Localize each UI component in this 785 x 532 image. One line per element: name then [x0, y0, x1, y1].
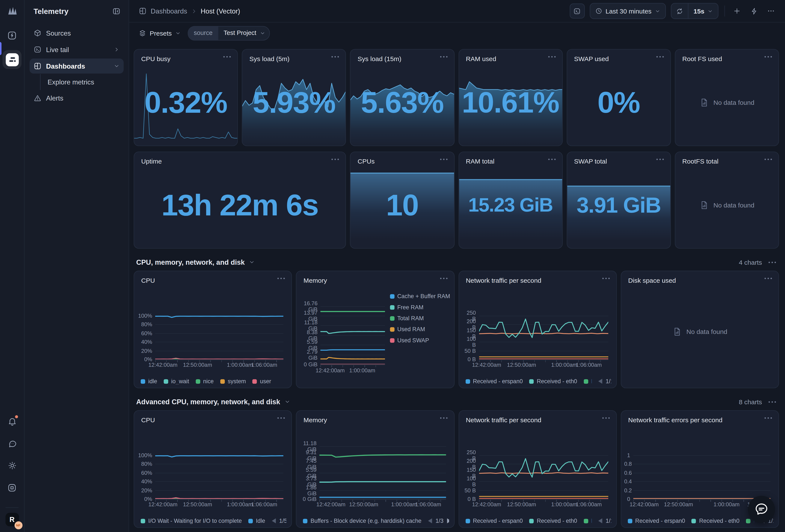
refresh-button[interactable] [672, 3, 688, 19]
legend-item[interactable]: nice [196, 378, 213, 384]
legend-item[interactable]: Re [584, 518, 591, 524]
panel-menu-button[interactable] [439, 55, 448, 58]
legend-color-chip [163, 379, 168, 383]
legend-item[interactable]: Received - erspan0 [628, 518, 685, 524]
legend-item[interactable]: Received - eth0 [529, 518, 577, 524]
stat-card-value: 3.91 GiB [567, 192, 670, 217]
panel-menu-button[interactable] [764, 55, 773, 58]
section-menu-button[interactable] [768, 261, 777, 263]
legend-item[interactable]: Free RAM [390, 304, 451, 310]
x-axis-label: 1:00:00am [551, 362, 577, 368]
open-live-tail-button[interactable] [569, 3, 584, 19]
y-axis-label: 100% [137, 452, 152, 458]
panel-menu-button[interactable] [439, 277, 448, 280]
no-data-file-icon [673, 327, 682, 337]
command-menu-icon[interactable] [4, 480, 20, 495]
legend-item[interactable]: user [252, 378, 271, 384]
pager-next-icon[interactable] [447, 518, 449, 523]
panel-menu-button[interactable] [331, 158, 340, 161]
panel-menu-button[interactable] [764, 417, 773, 419]
y-axis-label: 0 GiB [299, 496, 316, 502]
chart-plot [155, 455, 283, 499]
sidebar-item-sources[interactable]: Sources [30, 26, 124, 41]
legend-item[interactable]: io_wait [163, 378, 189, 384]
quickstart-rail-button[interactable] [4, 28, 20, 43]
panel-menu-button[interactable] [548, 55, 556, 58]
section-collapse-chevron-icon[interactable] [284, 399, 290, 405]
legend-item[interactable]: system [220, 378, 246, 384]
app-logo-icon[interactable] [6, 5, 19, 17]
legend-item[interactable]: Received - erspan0 [465, 518, 523, 524]
legend-item[interactable]: Received - eth0 [529, 378, 577, 384]
sidebar-item-live-tail[interactable]: Live tail [30, 42, 124, 57]
layers-icon [139, 29, 146, 37]
legend-item[interactable]: Re [584, 378, 591, 384]
icon-rail: R NF [0, 0, 24, 532]
legend-item[interactable]: Total RAM [390, 315, 451, 321]
legend-label: Used SWAP [397, 337, 429, 343]
legend-item[interactable]: Used SWAP [390, 337, 451, 343]
collapse-sidebar-icon[interactable] [112, 7, 121, 16]
x-axis-label: 1:06:00am [251, 501, 277, 507]
pager-prev-icon[interactable] [428, 518, 432, 523]
y-axis-label: 0 B [462, 496, 476, 502]
panel-menu-button[interactable] [656, 55, 664, 58]
panel-menu-button[interactable] [439, 158, 448, 161]
x-axis-label: 12:50:00am [349, 501, 378, 507]
refresh-interval-dropdown[interactable]: 15s [688, 7, 718, 15]
pager-prev-icon[interactable] [598, 518, 603, 523]
y-axis-label: 0.8 [624, 461, 630, 467]
refresh-interval-label: 15s [694, 7, 705, 15]
legend-item[interactable]: I/O Wait - Waiting for I/O to complete [141, 518, 242, 524]
panel-menu-button[interactable] [656, 158, 664, 161]
sidebar-item-alerts[interactable]: Alerts [30, 90, 124, 105]
panel-menu-button[interactable] [331, 55, 340, 58]
pager-prev-icon[interactable] [598, 379, 603, 384]
y-axis-label: 20% [137, 347, 152, 353]
x-axis-tickmarks [321, 365, 385, 367]
y-axis-label: 40% [137, 339, 152, 345]
panel-menu-button[interactable] [764, 158, 773, 161]
section-collapse-chevron-icon[interactable] [249, 259, 255, 265]
panel-menu-button[interactable] [764, 277, 773, 280]
stat-row-2: Uptime13h 22m 6sCPUs10RAM total15.23 GiB… [134, 152, 779, 249]
legend-item[interactable]: idle [141, 378, 157, 384]
legend-item[interactable]: Buffers - Block device (e.g. harddisk) c… [303, 518, 422, 524]
time-range-dropdown[interactable]: Last 30 minutes [590, 3, 666, 19]
clock-icon [595, 7, 602, 15]
stat-card-ram-total: RAM total15.23 GiB [458, 152, 563, 249]
x-axis-label: 12:50:00am [183, 501, 212, 507]
panel-menu-button[interactable] [439, 417, 448, 419]
theme-toggle-sun-icon[interactable] [4, 458, 20, 473]
telemetry-rail-button-active[interactable] [3, 50, 22, 69]
legend-item[interactable]: Idle [248, 518, 265, 524]
panel-menu-button[interactable] [223, 55, 231, 58]
source-filter[interactable]: source Test Project [188, 26, 270, 40]
panel-menu-button[interactable] [602, 417, 610, 419]
legend-item[interactable]: Received - eth0 [692, 518, 739, 524]
panel-menu-button[interactable] [602, 277, 610, 280]
legend-item[interactable]: Used RAM [390, 326, 451, 332]
alerts-bolt-button[interactable] [748, 5, 760, 17]
panel-menu-button[interactable] [277, 277, 285, 280]
breadcrumb-dashboards[interactable]: Dashboards [151, 7, 187, 15]
notifications-bell-icon[interactable] [4, 414, 20, 429]
legend-item[interactable]: Received - erspan0 [465, 378, 523, 384]
panel-menu-button[interactable] [277, 417, 285, 419]
legend-item[interactable]: Cache + Buffer RAM [390, 293, 451, 299]
add-panel-button[interactable] [731, 5, 743, 17]
chat-launcher[interactable] [748, 496, 775, 523]
grid-icon [33, 62, 42, 70]
workspace-avatar[interactable]: R NF [5, 512, 19, 526]
legend-color-chip [248, 518, 253, 523]
sidebar-item-dashboards[interactable]: Dashboards [30, 58, 124, 74]
section-chart-count: 8 charts [739, 398, 762, 405]
chart-title: Network traffic errors per second [628, 416, 723, 424]
more-options-button[interactable] [765, 5, 777, 17]
section-menu-button[interactable] [768, 401, 777, 403]
presets-dropdown[interactable]: Presets [139, 29, 181, 37]
sidebar-item-explore-metrics[interactable]: Explore metrics [44, 75, 124, 89]
feedback-chat-icon[interactable] [4, 436, 20, 451]
pager-prev-icon[interactable] [272, 518, 276, 523]
panel-menu-button[interactable] [548, 158, 556, 161]
